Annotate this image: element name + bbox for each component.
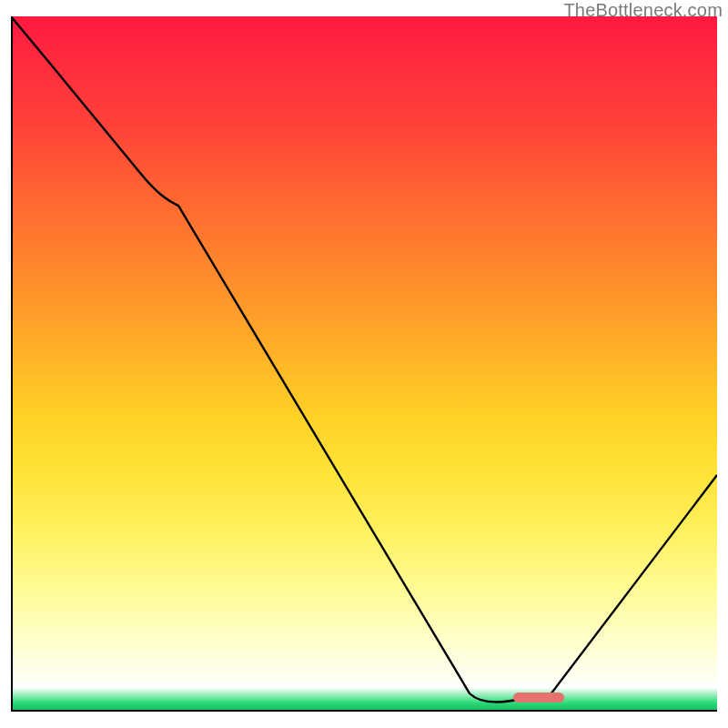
plot-area — [11, 16, 717, 712]
curve-layer — [11, 16, 717, 712]
optimal-marker — [513, 693, 564, 703]
bottleneck-curve — [11, 16, 717, 702]
watermark-text: TheBottleneck.com — [563, 0, 723, 21]
x-axis — [11, 710, 717, 712]
chart-canvas: TheBottleneck.com — [0, 0, 728, 728]
y-axis — [11, 16, 13, 712]
